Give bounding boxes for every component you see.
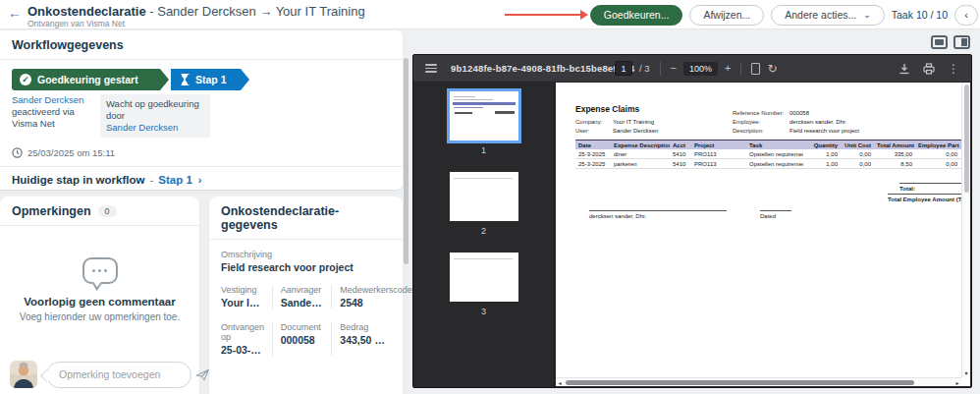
table-header-cell: Employee Part [915,141,960,149]
thumbnail-page-image[interactable] [450,91,518,141]
table-cell: 5410 [670,159,691,168]
sidebar-toggle-icon[interactable] [425,64,437,73]
doc-meta-row: Reference Number:000058 [733,109,859,118]
avatar [10,361,37,388]
header-actions: Goedkeuren... Afwijzen... Andere acties.… [505,4,978,26]
doc-meta-row: User:Sander Dercksen [575,127,658,136]
table-cell: 1,00 [803,149,841,158]
thumbnail-page-image[interactable] [450,253,518,302]
fit-page-icon[interactable] [751,63,760,75]
dated-label: Dated [760,210,791,219]
current-step-link[interactable]: Stap 1 [158,174,192,186]
table-cell: 5410 [670,149,691,158]
zoom-out-icon[interactable]: − [671,63,677,74]
hourglass-icon [181,74,190,85]
expense-table: DateExpense DescriptionAcctProjectTaskQu… [575,140,961,169]
scrollbar-thumb[interactable] [404,58,408,264]
left-panel-scrollbar[interactable] [404,30,408,394]
workflow-steps: ✓ Goedkeuring gestart Stap 1 [12,69,391,90]
table-cell: 0,00 [841,159,874,168]
page-title: Onkostendeclaratie - Sander Dercksen → Y… [27,4,365,19]
workflow-panel-title: Workflowgegevens [0,30,403,59]
field-bedrag: Bedrag 343,50 EUR [331,322,391,356]
separator: - [149,174,153,186]
comment-bubble-icon [82,257,118,284]
workflow-step-started-note: Sander Dercksen geactiveerd via Visma Ne… [12,94,98,138]
scrollbar-thumb[interactable] [964,84,969,193]
pdf-horizontal-scrollbar[interactable]: ◂ ▸ [556,377,961,386]
scroll-right-icon[interactable]: ▸ [953,379,961,386]
print-icon[interactable] [923,63,935,75]
field-value: Your IT Training [221,297,266,309]
pdf-thumbnail-3[interactable]: 3 [450,253,518,324]
empty-state-title: Voorlopig geen commentaar [0,296,199,308]
chevron-right-icon[interactable]: › [198,174,202,186]
approver-link[interactable]: Sander Dercksen [106,122,178,133]
rotate-icon[interactable]: ↻ [767,63,777,75]
table-cell: 0,00 [841,149,874,158]
table-cell: 8,50 [874,159,915,168]
expense-claims-title: Expense Claims [575,104,639,114]
comment-input[interactable] [47,368,195,380]
download-icon[interactable] [898,63,910,75]
approve-button[interactable]: Goedkeuren... [590,5,683,26]
expense-details-panel: Onkostendeclaratie-gegevens Omschrijving… [209,197,403,394]
doc-meta-row: Description:Field research voor project [733,127,859,136]
back-icon[interactable]: ← [8,5,22,21]
thumbnail-page-number: 2 [450,226,518,236]
workflow-step-1-label: Stap 1 [195,74,227,85]
pdf-vertical-scrollbar[interactable]: ▾ [961,83,970,377]
table-row: 25-3-2025parkeren5410PRO113Opstellen req… [575,159,961,169]
page-title-type: Onkostendeclaratie [27,4,146,19]
doc-meta-right: Reference Number:000058Employee:dercksen… [733,109,859,136]
scroll-left-icon[interactable]: ◂ [556,379,564,386]
kebab-menu-icon[interactable]: ⋮ [948,63,959,75]
table-cell: PRO113 [691,159,746,168]
app-header: ← Onkostendeclaratie - Sander Dercksen →… [0,0,980,29]
field-value: 25-03-2025 [221,344,266,356]
workflow-timestamp: 25/03/2025 om 15:11 [27,147,115,158]
split-view-toggle-icon[interactable] [953,35,970,49]
reject-button[interactable]: Afwijzen... [689,5,764,26]
actor-link[interactable]: Sander Dercksen [12,94,83,105]
field-label: Omschrijving [221,250,391,259]
zoom-in-icon[interactable]: + [725,63,731,74]
workflow-step-1[interactable]: Stap 1 [171,69,249,90]
other-actions-button[interactable]: Andere acties... ⌄ [771,5,885,26]
check-icon: ✓ [20,74,31,85]
field-ontvangen-op: Ontvangen op 25-03-2025 [221,322,272,356]
page-number-input[interactable] [615,61,632,76]
pdf-thumbnail-2[interactable]: 2 [450,172,518,244]
viewer-layout-toggles [931,35,970,49]
pdf-document-id: 9b1248fe-b87e-4908-81fb-bc15be8e9994 [451,63,634,74]
send-icon[interactable] [195,368,210,381]
previous-task-button[interactable]: ‹ [954,5,978,26]
pdf-thumbnail-1[interactable]: 1 [450,91,518,163]
table-cell: parkeren [611,159,670,168]
chevron-down-icon: ⌄ [863,10,871,20]
table-header-cell: Date [575,141,611,149]
page-title-detail: - Sander Dercksen → Your IT Training [146,4,365,19]
comments-panel: Opmerkingen 0 Voorlopig geen commentaar … [0,197,199,394]
pdf-page-viewport: Expense Claims Company:Your IT TrainingU… [556,83,970,386]
thumbnail-page-image[interactable] [450,172,518,221]
field-label: Vestiging [221,285,266,295]
current-step-row: Huidige stap in workflow - Stap 1 › [0,167,403,193]
scrollbar-thumb[interactable] [566,380,914,385]
pdf-page-1: Expense Claims Company:Your IT TrainingU… [556,83,961,377]
table-header-cell: Unit Cost [841,141,874,149]
workflow-step-started[interactable]: ✓ Goedkeuring gestart [12,69,169,90]
thumbnail-page-number: 3 [450,307,518,316]
field-aanvrager: Aanvrager Sander Dercks... [272,285,332,309]
comments-title: Opmerkingen [12,204,91,218]
scroll-down-icon[interactable]: ▾ [962,369,970,376]
table-cell: 0,00 [915,149,960,158]
details-title: Onkostendeclaratie-gegevens [209,197,403,239]
full-view-toggle-icon[interactable] [931,35,948,49]
doc-meta-row: Company:Your IT Training [575,118,658,127]
doc-meta-left: Company:Your IT TrainingUser:Sander Derc… [575,118,658,136]
zoom-level[interactable]: 100% [683,62,718,76]
step-detail: geactiveerd via Visma Net [12,106,75,129]
comment-input-bubble [46,362,191,388]
table-header-cell: Quantity [803,141,841,149]
